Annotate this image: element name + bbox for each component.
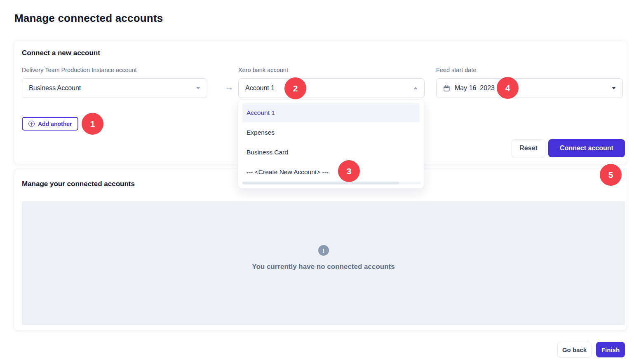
dropdown-scrollbar-track [242, 182, 420, 184]
source-account-value: Business Account [29, 84, 81, 92]
reset-button[interactable]: Reset [512, 139, 545, 157]
manage-accounts-card: Manage your connected accounts ! You cur… [14, 169, 627, 331]
arrow-right-icon: → [220, 82, 238, 92]
xero-bank-account-dropdown: Account 1 Expenses Business Card --- <Cr… [238, 99, 424, 189]
feed-start-date-select[interactable]: May 16 2023 [436, 78, 623, 98]
connect-account-button[interactable]: Connect account [548, 139, 625, 157]
manage-card-heading: Manage your connected accounts [22, 180, 135, 188]
alert-icon: ! [318, 245, 329, 256]
source-account-select[interactable]: Business Account [22, 78, 207, 98]
go-back-button[interactable]: Go back [557, 342, 592, 357]
connected-accounts-empty-state: ! You currently have no connected accoun… [22, 201, 625, 325]
chevron-down-icon [612, 87, 616, 89]
dropdown-scrollbar-thumb[interactable] [242, 182, 399, 184]
dropdown-option-account-1[interactable]: Account 1 [242, 103, 420, 122]
xero-bank-account-value: Account 1 [245, 84, 275, 92]
xero-bank-account-select[interactable]: Account 1 [238, 78, 425, 98]
finish-button[interactable]: Finish [596, 342, 625, 357]
connect-card-heading: Connect a new account [22, 49, 100, 57]
chevron-up-icon [413, 87, 418, 89]
calendar-icon [443, 85, 450, 92]
page-title: Manage connected accounts [14, 12, 163, 25]
empty-state-message: You currently have no connected accounts [22, 263, 625, 271]
source-account-label: Delivery Team Production Instance accoun… [22, 67, 137, 73]
annotation-badge-3: 3 [338, 160, 360, 182]
plus-circle-icon [28, 121, 35, 127]
add-another-label: Add another [38, 121, 72, 127]
chevron-down-icon [196, 87, 200, 89]
feed-start-date-label: Feed start date [436, 67, 477, 73]
annotation-badge-5: 5 [600, 164, 622, 186]
dropdown-option-business-card[interactable]: Business Card [242, 143, 420, 162]
xero-bank-account-label: Xero bank account [238, 67, 288, 73]
annotation-badge-4: 4 [497, 77, 519, 99]
annotation-badge-1: 1 [82, 113, 103, 135]
add-another-button[interactable]: Add another [22, 117, 78, 131]
feed-start-date-value: May 16 2023 [455, 84, 495, 92]
dropdown-option-create-new-account[interactable]: --- <Create New Account> --- [242, 163, 420, 182]
dropdown-option-expenses[interactable]: Expenses [242, 123, 420, 142]
annotation-badge-2: 2 [284, 77, 306, 99]
